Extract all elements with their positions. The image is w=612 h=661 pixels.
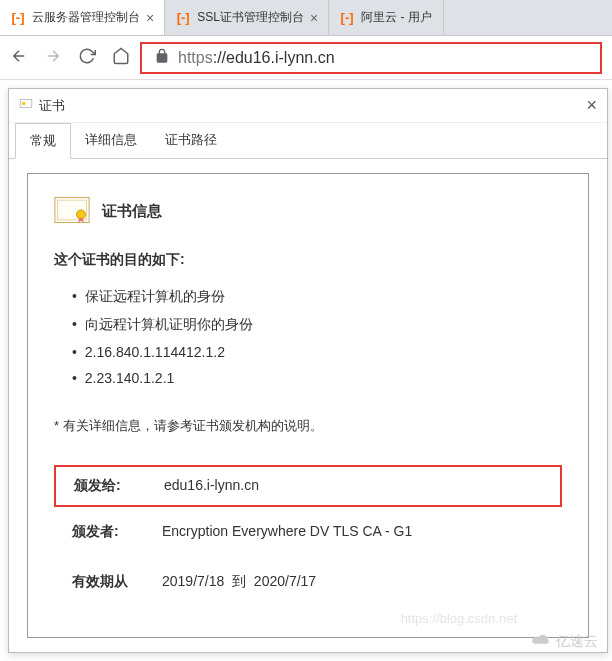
issued-to-row: 颁发给: edu16.i-lynn.cn	[54, 465, 562, 507]
tab-title: SSL证书管理控制台	[197, 9, 304, 26]
tab-title: 云服务器管理控制台	[32, 9, 140, 26]
purpose-item: 2.23.140.1.2.1	[72, 365, 562, 391]
close-icon[interactable]: ×	[146, 10, 154, 26]
dialog-titlebar: 证书 ×	[9, 89, 607, 123]
aliyun-favicon: [-]	[339, 10, 355, 26]
purpose-item: 向远程计算机证明你的身份	[72, 311, 562, 339]
address-bar[interactable]: https://edu16.i-lynn.cn	[140, 42, 602, 74]
aliyun-favicon: [-]	[175, 10, 191, 26]
browser-tabs-bar: [-] 云服务器管理控制台 × [-] SSL证书管理控制台 × [-] 阿里云…	[0, 0, 612, 36]
home-icon[interactable]	[112, 47, 130, 68]
browser-tab-1[interactable]: [-] SSL证书管理控制台 ×	[165, 0, 329, 35]
back-icon[interactable]	[10, 47, 28, 68]
validity-label: 有效期从	[72, 573, 162, 591]
tab-general[interactable]: 常规	[15, 123, 71, 159]
purpose-item: 保证远程计算机的身份	[72, 283, 562, 311]
tab-certpath[interactable]: 证书路径	[151, 123, 231, 158]
lock-icon	[154, 48, 170, 67]
url-text: https://edu16.i-lynn.cn	[178, 49, 335, 67]
issued-to-value: edu16.i-lynn.cn	[164, 477, 542, 495]
tab-details[interactable]: 详细信息	[71, 123, 151, 158]
reload-icon[interactable]	[78, 47, 96, 68]
watermark-url: https://blog.csdn.net	[401, 611, 517, 626]
close-icon[interactable]: ×	[586, 95, 597, 116]
issuer-label: 颁发者:	[72, 523, 162, 541]
browser-nav-bar: https://edu16.i-lynn.cn	[0, 36, 612, 80]
dialog-title-text: 证书	[39, 97, 65, 115]
certificate-icon	[54, 196, 90, 227]
cert-info-panel: 证书信息 这个证书的目的如下: 保证远程计算机的身份 向远程计算机证明你的身份 …	[27, 173, 589, 638]
aliyun-favicon: [-]	[10, 10, 26, 26]
dialog-tab-strip: 常规 详细信息 证书路径	[9, 123, 607, 159]
purpose-heading: 这个证书的目的如下:	[54, 251, 562, 269]
cloud-icon	[530, 632, 552, 651]
close-icon[interactable]: ×	[310, 10, 318, 26]
issuer-row: 颁发者: Encryption Everywhere DV TLS CA - G…	[54, 507, 562, 557]
validity-row: 有效期从 2019/7/18 到 2020/7/17	[54, 557, 562, 607]
validity-value: 2019/7/18 到 2020/7/17	[162, 573, 544, 591]
tab-title: 阿里云 - 用户	[361, 9, 432, 26]
watermark: 亿速云	[530, 632, 598, 651]
ca-note: * 有关详细信息，请参考证书颁发机构的说明。	[54, 417, 562, 435]
cert-small-icon	[19, 97, 33, 114]
issuer-value: Encryption Everywhere DV TLS CA - G1	[162, 523, 544, 541]
purpose-list: 保证远程计算机的身份 向远程计算机证明你的身份 2.16.840.1.11441…	[54, 283, 562, 391]
purpose-item: 2.16.840.1.114412.1.2	[72, 339, 562, 365]
svg-point-4	[77, 210, 86, 219]
certificate-dialog: 证书 × 常规 详细信息 证书路径 证书信息 这个证书的目的如下: 保证远程计算…	[8, 88, 608, 653]
cert-info-heading: 证书信息	[102, 202, 162, 221]
watermark-text: 亿速云	[556, 633, 598, 651]
svg-rect-0	[20, 99, 32, 107]
svg-point-1	[22, 102, 26, 106]
svg-rect-2	[55, 197, 89, 222]
browser-tab-2[interactable]: [-] 阿里云 - 用户	[329, 0, 444, 35]
browser-tab-0[interactable]: [-] 云服务器管理控制台 ×	[0, 0, 165, 35]
forward-icon[interactable]	[44, 47, 62, 68]
issued-to-label: 颁发给:	[74, 477, 164, 495]
